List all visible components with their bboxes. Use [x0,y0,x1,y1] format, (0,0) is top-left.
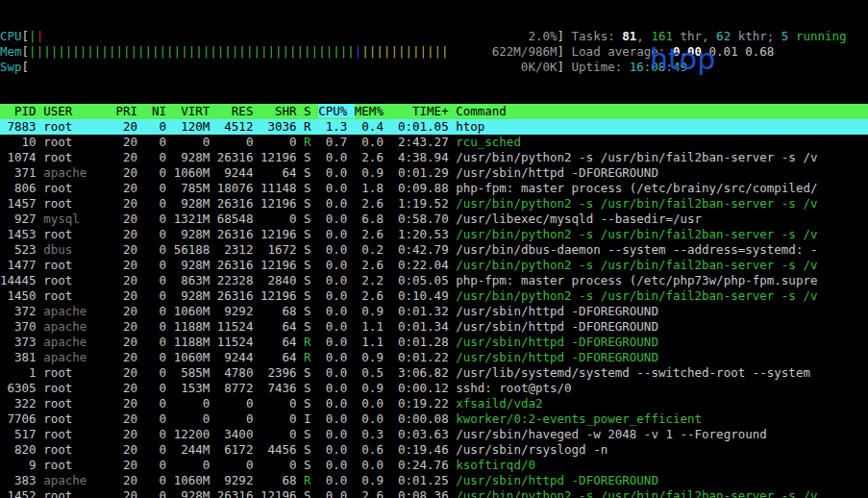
process-row-14445[interactable]: 14445 root 20 0 863M 22328 2840 S 0.0 2.… [0,273,868,288]
cell-res: 68548 [217,212,260,226]
column-header-user[interactable]: USER [43,104,115,118]
cell-s: S [304,258,318,272]
column-header-pri[interactable]: PRI [115,104,144,118]
process-row-523[interactable]: 523 dbus 20 0 56188 2312 1672 S 0.0 0.2 … [0,242,868,258]
cell-cmd: /usr/sbin/rsyslogd -n [456,442,608,457]
process-table: PID USER PRI NI VIRT RES SHR S CPU% MEM%… [0,104,868,498]
process-row-1[interactable]: 1 root 20 0 585M 4780 2396 S 0.0 0.5 3:0… [0,365,868,381]
cell-cpu: 0.0 [318,304,355,318]
cell-cpu: 0.0 [318,473,355,487]
process-row-1477[interactable]: 1477 root 20 0 928M 26316 12196 S 0.0 2.… [0,258,868,273]
process-row-1074[interactable]: 1074 root 20 0 928M 26316 12196 S 0.0 2.… [0,150,868,165]
process-row-10[interactable]: 10 root 20 0 0 0 0 R 0.7 0.0 2:43.27 rcu… [0,135,868,150]
cell-virt: 1188M [174,319,217,334]
cell-pid: 1450 [0,288,43,303]
column-header-virt[interactable]: VIRT [174,104,217,118]
cell-mem: 0.0 [355,396,391,411]
cell-cmd: /usr/sbin/haveged -w 2048 -v 1 --Foregro… [456,427,767,441]
cell-user: root [43,227,115,241]
cell-res: 26316 [217,288,260,303]
cell-virt: 928M [174,150,217,164]
cell-ni: 0 [145,258,174,272]
process-row-927[interactable]: 927 mysql 20 0 1321M 68548 0 S 0.0 6.8 0… [0,212,868,227]
column-header-cmd[interactable]: Command [456,104,507,118]
cell-time: 3:06.82 [390,365,456,380]
process-row-381[interactable]: 381 apache 20 0 1060M 9244 64 R 0.0 0.9 … [0,350,868,365]
cell-pid: 6305 [0,381,43,395]
cell-s: I [304,411,318,426]
process-row-806[interactable]: 806 root 20 0 785M 18076 11148 S 0.0 1.8… [0,181,868,196]
cell-user: apache [43,165,115,180]
column-header-pid[interactable]: PID [0,104,43,118]
process-row-1457[interactable]: 1457 root 20 0 928M 26316 12196 S 0.0 2.… [0,196,868,212]
cell-s: S [304,212,318,226]
process-row-373[interactable]: 373 apache 20 0 1188M 11524 64 R 0.0 1.1… [0,335,868,350]
cell-ni: 0 [145,411,174,426]
column-header-cpu[interactable]: CPU% [318,104,355,118]
process-row-1450[interactable]: 1450 root 20 0 928M 26316 12196 S 0.0 2.… [0,288,868,304]
cell-shr: 64 [260,319,304,334]
cell-ni: 0 [145,396,174,411]
cell-time: 0:58.70 [390,212,456,226]
process-row-1452[interactable]: 1452 root 20 0 928M 26316 12196 S 0.0 2.… [0,488,868,498]
cell-mem: 2.6 [355,227,391,241]
column-header-s[interactable]: S [304,104,318,118]
cell-user: apache [43,473,115,487]
column-header-time[interactable]: TIME+ [390,104,456,118]
cell-time: 0:00.08 [390,411,456,426]
cell-pri: 20 [115,365,144,380]
process-row-820[interactable]: 820 root 20 0 244M 6172 4456 S 0.0 0.6 0… [0,442,868,458]
cell-user: dbus [43,242,115,257]
process-row-1453[interactable]: 1453 root 20 0 928M 26316 12196 S 0.0 2.… [0,227,868,242]
cell-cmd: /usr/bin/python2 -s /usr/bin/fail2ban-se… [456,258,817,272]
process-row-383[interactable]: 383 apache 20 0 1060M 9292 68 R 0.0 0.9 … [0,473,868,488]
cell-cpu: 0.0 [318,319,355,334]
table-header-row: PID USER PRI NI VIRT RES SHR S CPU% MEM%… [0,104,868,119]
process-row-372[interactable]: 372 apache 20 0 1060M 9292 68 S 0.0 0.9 … [0,304,868,319]
process-row-9[interactable]: 9 root 20 0 0 0 0 S 0.0 0.0 0:24.76 ksof… [0,458,868,473]
cell-user: root [43,119,115,134]
column-header-shr[interactable]: SHR [260,104,304,118]
cell-pid: 1074 [0,150,43,164]
cell-s: R [304,335,318,349]
cell-time: 0:10.49 [390,288,456,303]
process-row-517[interactable]: 517 root 20 0 12200 3400 0 S 0.0 0.3 0:0… [0,427,868,442]
cell-pri: 20 [115,488,144,498]
cell-user: root [43,488,115,498]
cell-virt: 928M [174,258,217,272]
process-row-322[interactable]: 322 root 20 0 0 0 0 S 0.0 0.0 0:19.22 xf… [0,396,868,411]
cell-res: 8772 [217,381,260,395]
process-row-7883[interactable]: 7883 root 20 0 120M 4512 3036 R 1.3 0.4 … [0,119,868,135]
column-header-res[interactable]: RES [217,104,260,118]
cell-shr: 0 [260,212,304,226]
cell-s: S [304,442,318,457]
process-row-371[interactable]: 371 apache 20 0 1060M 9244 64 S 0.0 0.9 … [0,165,868,181]
cell-ni: 0 [145,458,174,472]
cell-cmd: ksoftirqd/0 [456,458,535,472]
cell-shr: 0 [260,135,304,149]
cell-cmd: sshd: root@pts/0 [456,381,571,395]
cell-cmd: php-fpm: master process (/etc/brainy/src… [456,181,817,195]
cell-cpu: 0.0 [318,350,355,364]
cell-ni: 0 [145,165,174,180]
column-header-ni[interactable]: NI [145,104,174,118]
cell-user: root [43,258,115,272]
cell-pid: 1 [0,365,43,380]
cell-pri: 20 [115,335,144,349]
cell-cpu: 0.0 [318,165,355,180]
cell-s: S [304,304,318,318]
cell-cpu: 0.0 [318,227,355,241]
process-row-6305[interactable]: 6305 root 20 0 153M 8772 7436 S 0.0 0.9 … [0,381,868,396]
cell-ni: 0 [145,242,174,257]
cell-pid: 7883 [0,119,43,134]
process-row-7706[interactable]: 7706 root 20 0 0 0 0 I 0.0 0.0 0:00.08 k… [0,411,868,427]
column-header-mem[interactable]: MEM% [355,104,391,118]
cell-ni: 0 [145,150,174,164]
cell-cmd: php-fpm: master process (/etc/php73w/php… [456,273,817,287]
cell-res: 6172 [217,442,260,457]
cell-cmd: /usr/sbin/httpd -DFOREGROUND [456,165,658,180]
cell-ni: 0 [145,227,174,241]
process-row-370[interactable]: 370 apache 20 0 1188M 11524 64 S 0.0 1.1… [0,319,868,335]
cell-cpu: 0.0 [318,488,355,498]
cell-pri: 20 [115,196,144,211]
